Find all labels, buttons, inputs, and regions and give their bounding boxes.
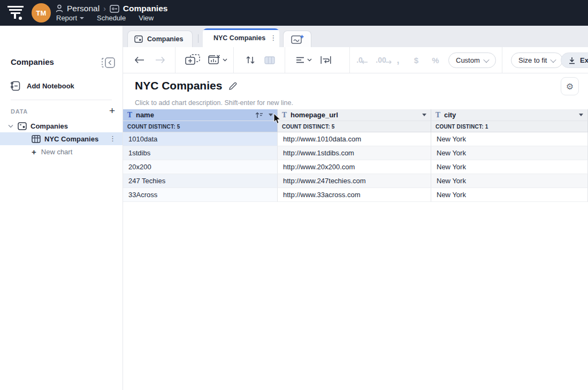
table-icon [32, 135, 41, 143]
text-type-icon: T [436, 111, 440, 119]
tree-item-new-chart[interactable]: + New chart [0, 145, 123, 158]
avatar[interactable]: TM [32, 3, 51, 22]
tab-strip: Companies NYC Companies ⋮ [123, 26, 588, 47]
sort-button[interactable] [242, 47, 259, 73]
chevron-down-icon[interactable] [8, 124, 13, 128]
chevron-down-icon [223, 58, 227, 62]
chart-title[interactable]: NYC Companies [135, 79, 222, 92]
column-stat: COUNT DISTINCT: 5 [123, 121, 278, 132]
align-dropdown[interactable] [293, 47, 315, 73]
redo-button[interactable] [152, 47, 168, 73]
currency-format-button: $ [409, 47, 424, 73]
breadcrumb: Personal › Companies [56, 3, 167, 14]
remove-chart-dropdown[interactable] [204, 47, 229, 73]
chart-settings-button[interactable]: ⚙ [561, 77, 579, 95]
column-header-name[interactable]: T name [123, 109, 278, 121]
chevron-down-icon [483, 56, 489, 62]
edit-pencil-icon[interactable] [228, 81, 238, 91]
table-header-row: T name T homepage_url T city [123, 109, 588, 121]
comma-format-button: , [391, 47, 406, 73]
sidebar-divider [11, 100, 112, 100]
duplicate-chart-button[interactable] [183, 47, 202, 73]
table-cell[interactable]: http://www.1010data.com [278, 132, 431, 146]
report-bubble-icon [110, 5, 119, 13]
tree-item-label: Companies [30, 122, 68, 130]
table-stats-row: COUNT DISTINCT: 5 COUNT DISTINCT: 5 COUN… [123, 121, 588, 132]
breadcrumb-current[interactable]: Companies [123, 4, 168, 13]
data-section-label: DATA [11, 108, 28, 115]
table-cell[interactable]: New York [431, 174, 588, 188]
table-cell[interactable]: http://www.33across.com [278, 188, 431, 202]
column-header-city[interactable]: T city [431, 109, 588, 121]
chart-plus-icon [291, 34, 304, 44]
add-notebook-button[interactable]: Add Notebook [11, 79, 74, 92]
tree-item-nyc-companies[interactable]: NYC Companies ⋮ [0, 132, 123, 145]
menu-report[interactable]: Report [56, 14, 84, 22]
table-cell[interactable]: New York [431, 160, 588, 174]
table-cell[interactable]: http://www.1stdibs.com [278, 146, 431, 160]
column-header-homepage-url[interactable]: T homepage_url [278, 109, 431, 121]
sidebar: Companies Add Notebook DATA + [0, 26, 123, 390]
mouse-cursor [273, 113, 281, 124]
download-icon [568, 57, 576, 64]
collapse-sidebar-button[interactable] [100, 56, 116, 69]
add-data-button[interactable]: + [109, 105, 115, 117]
table-cell[interactable]: 33Across [123, 188, 278, 202]
new-chart-tab-button[interactable] [283, 31, 311, 47]
columns-button [261, 47, 278, 73]
table-row: 33Across http://www.33across.com New Yor… [123, 188, 588, 202]
breadcrumb-parent[interactable]: Personal [67, 4, 100, 13]
menu-schedule[interactable]: Schedule [97, 14, 126, 22]
tab-label: NYC Companies [213, 34, 265, 42]
sidebar-title: Companies [11, 57, 54, 66]
chevron-down-icon [307, 58, 312, 62]
tree-item-label: NYC Companies [44, 135, 98, 143]
table-cell[interactable]: http://www.247techies.com [278, 174, 431, 188]
table-cell[interactable]: 1stdibs [123, 146, 278, 160]
column-menu-caret-icon[interactable] [422, 114, 426, 116]
column-stat: COUNT DISTINCT: 1 [431, 121, 588, 132]
text-type-icon: T [282, 111, 287, 119]
table-cell[interactable]: New York [431, 146, 588, 160]
notebook-icon [11, 81, 21, 91]
menu-view[interactable]: View [139, 14, 154, 22]
column-menu-caret-icon[interactable] [579, 114, 583, 116]
tab-nyc-companies[interactable]: NYC Companies ⋮ [203, 28, 279, 47]
table-cell[interactable]: New York [431, 132, 588, 146]
report-icon [18, 122, 27, 130]
column-stat: COUNT DISTINCT: 5 [278, 121, 431, 132]
table-cell[interactable]: 1010data [123, 132, 278, 146]
sort-ascending-icon[interactable] [255, 112, 263, 118]
kebab-menu-icon[interactable]: ⋮ [109, 138, 116, 140]
custom-format-dropdown[interactable]: Custom [448, 52, 496, 68]
table-cell[interactable]: 247 Techies [123, 174, 278, 188]
header-menu: Report Schedule View [56, 14, 154, 22]
toolbar: .0 .00 , $ % Custom Size to fit Export [123, 47, 588, 73]
table-cell[interactable]: 20x200 [123, 160, 278, 174]
column-menu-caret-icon[interactable] [269, 114, 273, 116]
data-section-header: DATA + [0, 106, 123, 118]
table-cell[interactable]: http://www.20x200.com [278, 160, 431, 174]
breadcrumb-separator: › [103, 4, 106, 13]
tab-companies[interactable]: Companies [127, 31, 193, 47]
chart-canvas: NYC Companies ⚙ Click to add chart descr… [123, 73, 588, 390]
table-cell[interactable]: New York [431, 188, 588, 202]
export-button[interactable]: Export [561, 52, 588, 68]
app-logo-icon[interactable] [6, 4, 25, 22]
app-header: TM Personal › Companies Report Schedule … [0, 0, 588, 26]
chart-description-placeholder[interactable]: Click to add chart description. Shift-en… [135, 99, 293, 107]
tree-item-companies[interactable]: Companies [0, 119, 123, 132]
table-row: 247 Techies http://www.247techies.com Ne… [123, 174, 588, 188]
tree-item-label: New chart [41, 148, 73, 156]
tab-kebab-menu-icon[interactable]: ⋮ [270, 37, 277, 39]
data-table: T name T homepage_url T city [123, 109, 588, 202]
tab-divider [198, 34, 198, 43]
plus-icon: + [32, 147, 36, 156]
undo-button[interactable] [132, 47, 148, 73]
size-to-fit-dropdown[interactable]: Size to fit [511, 52, 563, 68]
wrap-text-button[interactable] [317, 47, 335, 73]
active-tab-indicator [203, 28, 279, 30]
table-row: 20x200 http://www.20x200.com New York [123, 160, 588, 174]
report-icon [134, 35, 143, 43]
text-type-icon: T [127, 111, 132, 119]
